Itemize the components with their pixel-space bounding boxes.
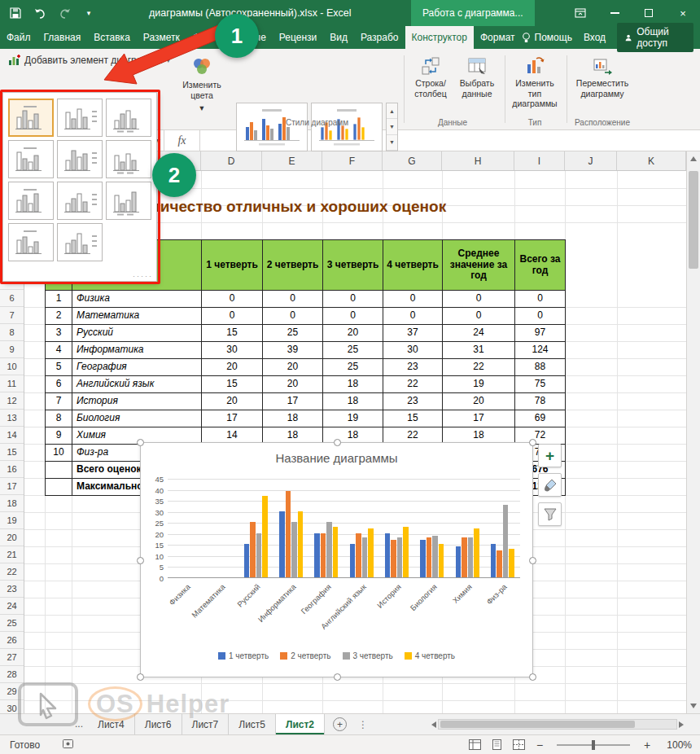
row-header-13[interactable]: 13 [0,410,24,427]
zoom-slider[interactable] [557,744,630,746]
page-layout-view-icon[interactable] [490,739,504,751]
row-header-14[interactable]: 14 [0,427,24,444]
table-cell[interactable]: 17 [262,392,323,410]
row-header-8[interactable]: 8 [0,324,24,341]
table-cell[interactable]: 3 [45,324,72,342]
row-header-15[interactable]: 15 [0,444,24,461]
row-header-28[interactable]: 28 [0,666,24,683]
column-header-I[interactable]: I [514,151,565,170]
help-button[interactable]: Помощь [522,32,572,43]
column-header-D[interactable]: D [201,151,262,170]
table-cell[interactable]: 124 [514,341,566,359]
chart-filters-button[interactable] [538,502,562,526]
undo-icon[interactable] [33,6,47,20]
ribbon-options-icon[interactable] [563,0,597,26]
row-header-10[interactable]: 10 [0,358,24,375]
page-break-view-icon[interactable] [512,739,526,751]
row-header-21[interactable]: 21 [0,546,24,563]
table-cell[interactable]: 15 [201,375,263,393]
table-cell[interactable]: 22 [383,375,443,393]
table-cell[interactable]: 10 [45,444,72,462]
ribbon-tab-2[interactable]: Главная [37,26,88,49]
chart-handle[interactable] [334,673,341,681]
table-cell[interactable]: 5 [45,358,72,376]
zoom-slider-thumb[interactable] [592,740,595,750]
save-icon[interactable] [8,6,23,20]
table-cell[interactable]: 0 [383,307,443,325]
row-header-26[interactable]: 26 [0,632,24,649]
column-header-J[interactable]: J [565,151,617,170]
table-cell[interactable]: 37 [383,324,443,342]
horizontal-scroll-track[interactable] [438,719,677,730]
chart-elements-button[interactable]: + [538,444,562,467]
ribbon-tab-8[interactable]: Вид [323,26,354,49]
sheet-tab-2[interactable]: Лист2 [276,714,325,734]
macro-record-icon[interactable] [63,739,73,751]
table-cell[interactable]: Информатика [72,341,202,359]
table-cell[interactable]: 6 [45,375,72,393]
column-header-G[interactable]: G [383,151,442,170]
table-cell[interactable]: Математика [72,307,202,325]
table-cell[interactable]: 30 [383,341,443,359]
scroll-up-icon[interactable]: ▲ [387,103,397,119]
row-header-23[interactable]: 23 [0,581,24,598]
table-cell[interactable]: 4 [45,341,72,359]
table-cell[interactable]: 15 [201,324,263,342]
row-header-19[interactable]: 19 [0,512,24,529]
insert-function-button[interactable]: fx [164,130,200,151]
move-chart-button[interactable]: Переместить диаграмму [571,52,633,99]
normal-view-icon[interactable] [468,739,482,751]
row-header-12[interactable]: 12 [0,392,24,410]
table-cell[interactable]: 0 [262,290,323,308]
horizontal-scrollbar[interactable] [431,718,684,730]
row-header-27[interactable]: 27 [0,649,24,666]
table-cell[interactable]: 2 [45,307,72,325]
table-cell[interactable]: 0 [262,307,323,325]
table-cell[interactable]: 97 [514,324,566,342]
table-cell[interactable]: 0 [201,290,263,308]
scroll-down-icon[interactable] [687,699,700,713]
table-cell[interactable]: 20 [201,392,263,410]
share-button[interactable]: Общий доступ [617,23,693,52]
chart-title[interactable]: Название диаграммы [141,451,532,465]
vertical-scrollbar[interactable] [686,151,700,713]
table-cell[interactable]: Физика [72,290,202,308]
add-chart-element-button[interactable]: Добавить элемент диаграммы▾ [3,52,175,68]
table-cell[interactable]: 0 [442,307,515,325]
table-cell[interactable]: 15 [383,410,443,427]
table-cell[interactable]: 30 [201,341,263,359]
row-header-22[interactable]: 22 [0,563,24,581]
scroll-left-icon[interactable] [431,721,436,728]
table-header-cell[interactable]: 2 четверть [262,239,323,291]
table-cell[interactable]: 20 [201,358,263,376]
table-header-cell[interactable]: 1 четверть [201,239,263,291]
table-cell[interactable]: 0 [322,307,383,325]
row-header-11[interactable]: 11 [0,375,24,392]
new-sheet-button[interactable]: + [333,717,347,731]
table-cell[interactable]: 78 [514,392,566,410]
change-chart-type-button[interactable]: Изменить тип диаграммы [510,52,560,109]
table-cell[interactable]: 25 [322,358,383,376]
table-cell[interactable]: 39 [262,341,323,359]
table-cell[interactable]: 20 [262,375,323,393]
table-cell[interactable]: 0 [201,307,263,325]
scroll-right-icon[interactable] [679,721,684,728]
row-header-7[interactable]: 7 [0,307,24,324]
table-cell[interactable]: 88 [514,358,566,376]
table-cell[interactable]: 17 [201,410,263,427]
table-header-cell[interactable]: Среднее значение за год [442,239,515,291]
table-cell[interactable]: 23 [383,392,443,410]
sheet-tab-5[interactable]: Лист5 [229,714,276,734]
row-header-20[interactable]: 20 [0,529,24,546]
chart-handle[interactable] [137,673,144,681]
gallery-more-icon[interactable]: ▼ [387,135,397,151]
chart-handle[interactable] [137,439,144,446]
table-cell[interactable]: 19 [322,410,383,427]
customize-qat-icon[interactable]: ▾ [81,6,96,20]
table-cell[interactable]: 18 [322,392,383,410]
scroll-up-icon[interactable] [687,151,700,166]
row-header-25[interactable]: 25 [0,615,24,632]
table-cell[interactable]: 20 [322,324,383,342]
column-header-E[interactable]: E [262,151,322,170]
ribbon-tab-11[interactable]: Формат [474,26,522,49]
